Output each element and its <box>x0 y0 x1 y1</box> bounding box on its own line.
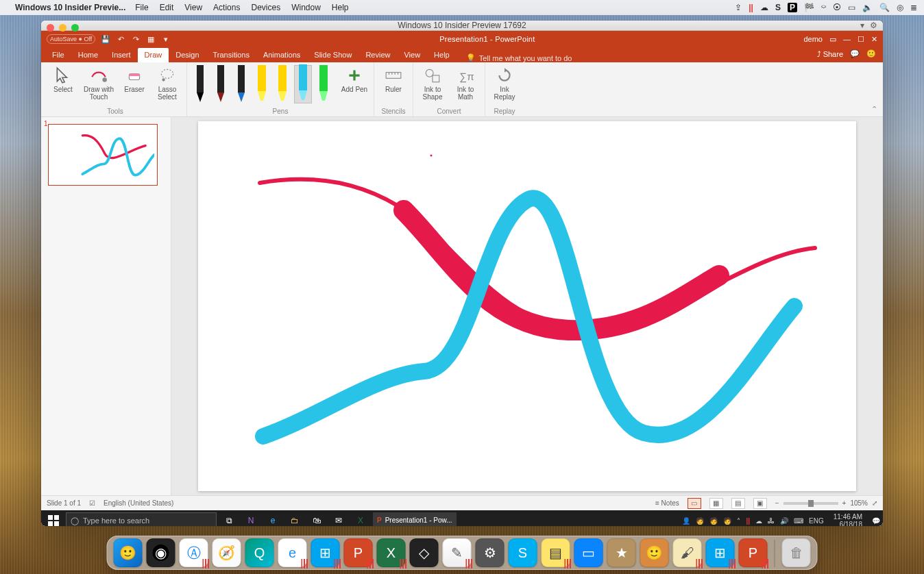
avatar-2-icon[interactable]: 🧑 <box>709 517 718 525</box>
dock-windows-2[interactable]: ⊞ <box>706 538 735 567</box>
siri-icon[interactable]: ◎ <box>897 3 903 12</box>
zoom-slider[interactable] <box>783 502 838 505</box>
zoom-icon[interactable] <box>71 24 79 32</box>
parallels-icon[interactable]: || <box>749 3 753 12</box>
s-icon[interactable]: S <box>775 3 781 12</box>
people-icon[interactable]: 👤 <box>682 517 690 525</box>
taskbar-item-powerpoint[interactable]: P Presentation1 - Pow... <box>373 512 457 526</box>
ink-to-math-button[interactable]: ∑π Ink to Math <box>450 65 481 101</box>
sorter-view-icon[interactable]: ▦ <box>709 498 723 509</box>
network-icon[interactable]: 🖧 <box>768 517 775 525</box>
avatar-1-icon[interactable]: 🧑 <box>696 517 704 525</box>
ribbon-mode-icon[interactable]: ▭ <box>829 35 836 44</box>
ppt-user-name[interactable]: demo <box>803 35 823 43</box>
ruler-button[interactable]: Ruler <box>378 65 409 93</box>
battery-icon[interactable]: ▭ <box>848 3 855 12</box>
dock-settings[interactable]: ⚙ <box>476 538 504 567</box>
highlighter-yellow-2[interactable] <box>273 65 291 103</box>
ink-replay-button[interactable]: Ink Replay <box>489 65 520 101</box>
expand-icon[interactable]: ▾ <box>860 21 864 30</box>
parallels-tray-icon[interactable]: || <box>746 517 750 525</box>
tab-animations[interactable]: Animations <box>256 48 307 62</box>
dock-finder[interactable]: 🙂 <box>114 538 143 567</box>
keyboard-icon[interactable]: ⌨ <box>794 517 803 525</box>
tab-view[interactable]: View <box>397 48 427 62</box>
tab-slide-show[interactable]: Slide Show <box>307 48 358 62</box>
tell-me[interactable]: 💡 Tell me what you want to do <box>466 53 572 62</box>
tab-draw[interactable]: Draw <box>138 48 169 62</box>
reading-view-icon[interactable]: ▤ <box>731 498 745 509</box>
store-icon[interactable]: 🛍 <box>307 511 326 526</box>
lasso-select-button[interactable]: Lasso Select <box>152 65 182 101</box>
slide-canvas-area[interactable] <box>171 117 883 495</box>
mac-menu-edit[interactable]: Edit <box>160 3 174 12</box>
eraser-button[interactable]: Eraser <box>119 65 149 93</box>
dock-ie[interactable]: e <box>278 538 307 567</box>
dock-photo-app[interactable]: 🙂 <box>640 538 669 567</box>
slideshow-view-icon[interactable]: ▣ <box>753 498 767 509</box>
minimize-icon[interactable] <box>59 24 66 32</box>
zoom-in-icon[interactable]: + <box>842 499 847 507</box>
tab-design[interactable]: Design <box>169 48 206 62</box>
mac-menu-app[interactable]: Windows 10 Insider Previe... <box>15 3 125 12</box>
pen-black[interactable] <box>191 65 209 103</box>
tab-review[interactable]: Review <box>358 48 397 62</box>
pen-crimson[interactable] <box>212 65 230 103</box>
mac-menu-help[interactable]: Help <box>332 3 349 12</box>
dock-safari[interactable]: 🧭 <box>212 538 241 567</box>
slide-thumbnail-panel[interactable]: 1 <box>41 117 171 495</box>
mac-menu-view[interactable]: View <box>184 3 202 12</box>
tab-help[interactable]: Help <box>427 48 457 62</box>
win-maximize-icon[interactable]: ☐ <box>858 35 864 44</box>
qat-more-icon[interactable]: ▾ <box>161 34 171 44</box>
autosave-toggle[interactable]: AutoSave ● Off <box>47 34 95 44</box>
tab-home[interactable]: Home <box>71 48 105 62</box>
draw-with-touch-button[interactable]: Draw with Touch <box>81 65 117 101</box>
share-button[interactable]: ⤴ Share <box>817 50 843 58</box>
normal-view-icon[interactable]: ▭ <box>688 498 701 509</box>
taskbar-clock[interactable]: 11:46 AM 6/18/18 <box>829 513 866 526</box>
slide-canvas[interactable] <box>198 121 856 491</box>
add-pen-button[interactable]: Add Pen <box>339 65 369 93</box>
gear-icon[interactable]: ⚙ <box>870 21 877 30</box>
notes-button[interactable]: ≡ Notes <box>655 499 679 507</box>
mac-menu-devices[interactable]: Devices <box>251 3 280 12</box>
dock-app-store[interactable]: Ⓐ <box>180 538 208 567</box>
win-minimize-icon[interactable]: — <box>843 35 851 43</box>
p-icon[interactable]: P <box>788 3 797 12</box>
comments-icon[interactable]: 💬 <box>850 49 860 58</box>
dropbox-icon[interactable]: ⇪ <box>735 3 742 12</box>
mac-menu-file[interactable]: File <box>135 3 148 12</box>
onedrive-icon[interactable]: ☁ <box>755 517 762 525</box>
vm-titlebar[interactable]: Windows 10 Insider Preview 17692 ▾ ⚙ <box>41 21 883 31</box>
tab-transitions[interactable]: Transitions <box>206 48 256 62</box>
circled-icon[interactable]: ⦿ <box>833 3 841 12</box>
status-language[interactable]: English (United States) <box>104 499 173 507</box>
highlighter-cyan[interactable] <box>294 65 312 103</box>
mac-menu-window[interactable]: Window <box>291 3 321 12</box>
mail-icon[interactable]: ✉ <box>329 511 348 526</box>
dock-keynote[interactable]: ▭ <box>574 538 603 567</box>
onenote-icon[interactable]: N <box>241 511 260 526</box>
slide-thumb-1[interactable]: 1 <box>48 124 164 186</box>
explorer-icon[interactable]: 🗀 <box>285 511 304 526</box>
dock-windows[interactable]: ⊞ <box>311 538 340 567</box>
cloud-icon[interactable]: ☁ <box>760 3 768 12</box>
collapse-ribbon-icon[interactable]: ⌃ <box>871 105 877 114</box>
fit-view-icon[interactable]: ⤢ <box>872 499 877 507</box>
sound-icon[interactable]: 🔊 <box>780 517 788 525</box>
volume-icon[interactable]: 🔈 <box>862 3 873 12</box>
task-view-icon[interactable]: ⧉ <box>219 511 239 526</box>
start-slideshow-icon[interactable]: ▦ <box>146 34 156 44</box>
wifi-icon[interactable]: ⌔ <box>821 3 826 12</box>
action-center-icon[interactable]: 💬 <box>872 517 880 525</box>
list-icon[interactable]: ≣ <box>910 3 917 12</box>
mac-menu-actions[interactable]: Actions <box>213 3 240 12</box>
lang-indicator[interactable]: ENG <box>809 517 824 525</box>
select-button[interactable]: Select <box>48 65 78 93</box>
dock-stickies[interactable]: ▤ <box>542 538 570 567</box>
redo-icon[interactable]: ↷ <box>131 34 141 44</box>
status-spellcheck-icon[interactable]: ☑ <box>89 499 95 507</box>
taskbar-search[interactable]: ◯ Type here to search <box>66 512 217 526</box>
dock-excel[interactable]: X <box>377 538 406 567</box>
